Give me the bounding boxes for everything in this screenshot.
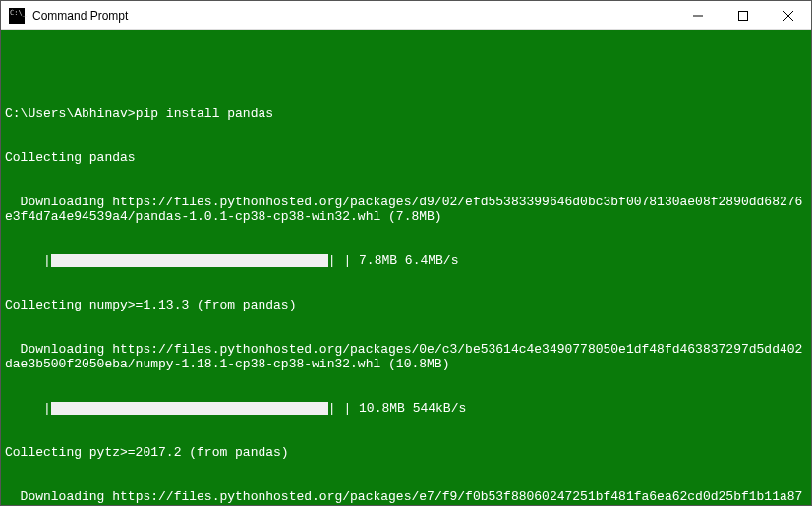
progress-pipe: |	[328, 253, 336, 268]
window-controls	[675, 1, 811, 29]
output-line: Collecting pandas	[5, 150, 807, 165]
minimize-icon	[693, 11, 703, 21]
output-line: Collecting pytz>=2017.2 (from pandas)	[5, 445, 807, 460]
window-title: Command Prompt	[32, 9, 675, 23]
progress-pipe: |	[328, 401, 336, 416]
progress-info: | 10.8MB 544kB/s	[336, 401, 467, 416]
maximize-icon	[738, 11, 748, 21]
app-icon	[9, 8, 25, 24]
output-line: Downloading https://files.pythonhosted.o…	[5, 195, 807, 224]
maximize-button[interactable]	[721, 1, 766, 29]
progress-indent: |	[5, 253, 51, 268]
output-line: Downloading https://files.pythonhosted.o…	[5, 342, 807, 371]
progress-row: || | 10.8MB 544kB/s	[5, 401, 807, 416]
progress-bar	[51, 402, 328, 415]
command-prompt-window: Command Prompt C:\Users\Abhinav>pip inst…	[0, 0, 812, 506]
close-icon	[783, 11, 793, 21]
progress-indent: |	[5, 401, 51, 416]
titlebar[interactable]: Command Prompt	[1, 1, 811, 30]
output-line: Downloading https://files.pythonhosted.o…	[5, 489, 807, 505]
progress-bar	[51, 254, 328, 267]
blank-line	[5, 62, 807, 77]
terminal-body[interactable]: C:\Users\Abhinav>pip install pandas Coll…	[1, 30, 811, 505]
svg-rect-1	[739, 11, 748, 20]
output-line: Collecting numpy>=1.13.3 (from pandas)	[5, 298, 807, 312]
prompt-text: C:\Users\Abhinav>	[5, 106, 136, 121]
command-text: pip install pandas	[136, 106, 273, 121]
prompt-line-1: C:\Users\Abhinav>pip install pandas	[5, 106, 807, 121]
progress-info: | 7.8MB 6.4MB/s	[336, 253, 459, 268]
minimize-button[interactable]	[675, 1, 721, 29]
close-button[interactable]	[766, 1, 811, 29]
progress-row: || | 7.8MB 6.4MB/s	[5, 253, 807, 268]
